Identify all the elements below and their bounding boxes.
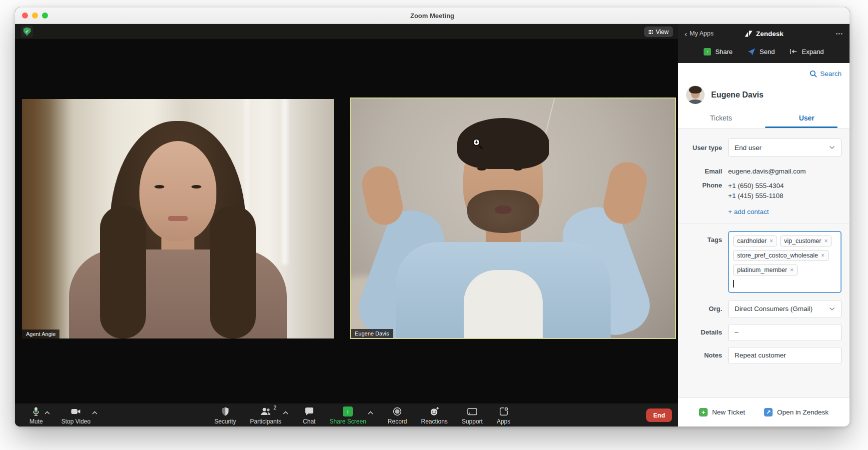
share-app-button[interactable]: ↑ Share bbox=[704, 48, 733, 56]
search-button[interactable]: Search bbox=[810, 70, 842, 78]
tags-input[interactable]: cardholder × vip_customer × store_pref_c… bbox=[728, 231, 842, 293]
participants-count-badge: 2 bbox=[273, 405, 276, 410]
chevron-left-icon: ‹ bbox=[685, 30, 687, 38]
traffic-lights bbox=[22, 8, 48, 24]
magnifier-lens-icon bbox=[473, 138, 480, 146]
reactions-label: Reactions bbox=[421, 418, 448, 425]
user-name: Eugene Davis bbox=[711, 90, 764, 100]
angie-figure bbox=[60, 121, 295, 338]
send-button[interactable]: Send bbox=[748, 48, 775, 56]
participants-icon: 2 bbox=[260, 406, 272, 416]
plus-icon: + bbox=[699, 408, 708, 416]
eugene-figure bbox=[358, 118, 648, 338]
minimize-window-button[interactable] bbox=[32, 12, 38, 18]
meeting-topbar: ✓ View bbox=[15, 24, 678, 39]
paper-plane-icon bbox=[748, 48, 756, 56]
tag-chip: platinum_member × bbox=[733, 264, 798, 276]
participants-label: Participants bbox=[250, 418, 281, 425]
share-screen-button[interactable]: ↑ Share Screen bbox=[329, 406, 366, 426]
chevron-down-icon bbox=[829, 307, 835, 311]
panel-footer: + New Ticket ↗ Open in Zendesk bbox=[678, 398, 850, 426]
back-label: My Apps bbox=[690, 30, 714, 37]
tag-chip: vip_customer × bbox=[780, 236, 832, 246]
panel-tabs: Tickets User bbox=[678, 109, 850, 128]
zoom-window-button[interactable] bbox=[42, 12, 48, 18]
add-contact-link[interactable]: + add contact bbox=[728, 208, 769, 216]
panel-actions-row: ↑ Share Send Expand bbox=[678, 43, 850, 60]
shield-check-icon: ✓ bbox=[23, 28, 31, 36]
notes-input[interactable]: Repeat customer bbox=[728, 347, 842, 364]
remove-tag-icon[interactable]: × bbox=[790, 266, 794, 274]
user-details-form: User type End user Email eugene.davis@gm… bbox=[678, 128, 850, 398]
grid-view-icon bbox=[649, 30, 653, 34]
tab-tickets[interactable]: Tickets bbox=[678, 109, 764, 128]
participants-button[interactable]: 2 Participants bbox=[249, 406, 282, 426]
angie-hair-right bbox=[210, 206, 256, 338]
remove-tag-icon[interactable]: × bbox=[824, 238, 828, 244]
text-cursor bbox=[733, 280, 734, 288]
new-ticket-label: New Ticket bbox=[712, 408, 745, 416]
send-label: Send bbox=[760, 48, 775, 56]
window-title: Zoom Meeting bbox=[410, 12, 454, 20]
screen-cast-icon bbox=[467, 406, 478, 416]
video-options-caret[interactable] bbox=[91, 407, 98, 418]
user-profile-header: Eugene Davis bbox=[678, 84, 850, 109]
eugene-hair bbox=[457, 118, 549, 169]
meeting-toolbar: Mute Stop Video bbox=[15, 404, 678, 426]
video-area: ✓ View bbox=[15, 24, 678, 426]
search-label: Search bbox=[820, 70, 842, 78]
record-button[interactable]: Record bbox=[387, 406, 408, 426]
avatar bbox=[686, 86, 705, 104]
chat-bubble-icon bbox=[304, 406, 314, 416]
new-ticket-button[interactable]: + New Ticket bbox=[699, 408, 745, 416]
video-feed-eugene-davis[interactable]: Eugene Davis bbox=[350, 98, 676, 339]
back-to-my-apps-button[interactable]: ‹ My Apps bbox=[685, 30, 714, 38]
participant-name-label: Agent Angie bbox=[22, 330, 59, 338]
close-window-button[interactable] bbox=[22, 12, 28, 18]
user-type-value: End user bbox=[735, 144, 762, 152]
phone-value-1: +1 (650) 555-4304 bbox=[728, 181, 784, 191]
end-meeting-button[interactable]: End bbox=[646, 408, 672, 422]
mute-button[interactable]: Mute bbox=[29, 406, 43, 426]
view-button[interactable]: View bbox=[644, 26, 673, 37]
panel-options-button[interactable]: ••• bbox=[836, 30, 843, 36]
remove-tag-icon[interactable]: × bbox=[770, 238, 773, 244]
apps-button[interactable]: Apps bbox=[496, 406, 511, 426]
open-in-zendesk-button[interactable]: ↗ Open in Zendesk bbox=[764, 408, 829, 416]
participants-options-caret[interactable] bbox=[282, 407, 289, 418]
eugene-tshirt bbox=[464, 270, 543, 338]
shield-icon bbox=[220, 406, 230, 416]
support-button[interactable]: Support bbox=[461, 406, 483, 426]
mute-options-caret[interactable] bbox=[43, 407, 51, 418]
reactions-button[interactable]: Reactions bbox=[421, 406, 448, 426]
details-label: Details bbox=[686, 328, 728, 336]
chat-button[interactable]: Chat bbox=[302, 406, 316, 426]
titlebar: Zoom Meeting bbox=[15, 8, 850, 24]
share-screen-options-caret[interactable] bbox=[367, 407, 374, 418]
eugene-head bbox=[460, 118, 546, 232]
zendesk-app-title: Zendesk bbox=[744, 30, 784, 38]
angie-hair-left bbox=[100, 206, 146, 338]
video-camera-icon bbox=[70, 406, 81, 416]
expand-button[interactable]: Expand bbox=[790, 48, 824, 56]
details-input[interactable]: – bbox=[728, 324, 842, 341]
video-feed-agent-angie[interactable]: Agent Angie bbox=[22, 99, 334, 338]
toolbar-left-group: Mute Stop Video bbox=[29, 406, 98, 426]
remove-tag-icon[interactable]: × bbox=[821, 252, 825, 259]
security-button[interactable]: Security bbox=[214, 406, 236, 426]
user-type-select[interactable]: End user bbox=[728, 138, 842, 156]
stop-video-button[interactable]: Stop Video bbox=[61, 406, 91, 426]
tab-user[interactable]: User bbox=[764, 109, 850, 128]
record-icon bbox=[392, 406, 402, 416]
tag-chip: cardholder × bbox=[733, 236, 777, 246]
encryption-badge[interactable]: ✓ bbox=[21, 26, 33, 38]
mute-label: Mute bbox=[29, 418, 43, 425]
smiley-plus-icon bbox=[429, 406, 440, 416]
microphone-icon bbox=[31, 406, 41, 416]
expand-icon bbox=[790, 48, 798, 55]
org-select[interactable]: Direct Consumers (Gmail) bbox=[728, 300, 842, 318]
tag-chip: store_pref_costco_wholesale × bbox=[733, 250, 829, 261]
chat-label: Chat bbox=[303, 418, 315, 425]
window-content: ✓ View bbox=[15, 24, 850, 426]
view-button-label: View bbox=[656, 28, 669, 36]
